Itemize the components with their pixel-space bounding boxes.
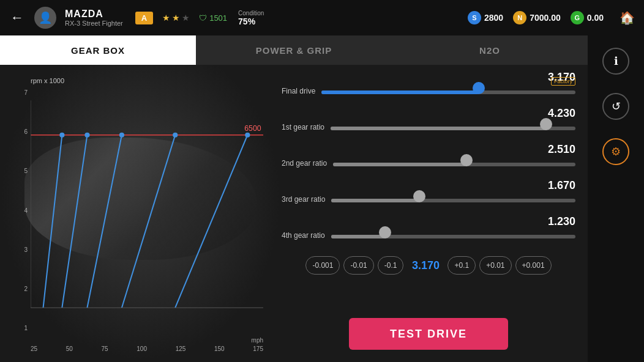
final-drive-thumb[interactable]	[473, 82, 485, 94]
btn-minus-001[interactable]: -0.01	[343, 256, 373, 275]
car-name: MAZDA	[65, 9, 123, 20]
condition-block: Condition 75%	[238, 10, 264, 26]
currency-s-icon: S	[468, 11, 481, 24]
gear2-thumb[interactable]	[460, 154, 473, 166]
right-sidebar: ℹ ↺ ⚙	[588, 35, 644, 362]
star-3: ★	[182, 13, 190, 23]
currency-g-value: 0.00	[587, 13, 604, 23]
star-2: ★	[172, 13, 180, 23]
svg-line-2	[62, 135, 87, 308]
svg-point-6	[59, 133, 64, 138]
condition-value: 75%	[238, 17, 264, 26]
final-drive-label: Final drive	[282, 87, 315, 95]
gear2-fill	[333, 163, 466, 166]
gear1-thumb[interactable]	[540, 118, 552, 130]
currency-g: G 0.00	[571, 11, 604, 24]
back-button[interactable]: ←	[6, 7, 28, 29]
star-1: ★	[162, 13, 170, 23]
final-drive-track	[321, 90, 575, 94]
controls-panel: 3.170 Final drive Factory 4.230 1st gear…	[269, 65, 588, 362]
svg-line-5	[175, 135, 247, 308]
y-label-7: 7	[6, 89, 28, 96]
currency-n-icon: N	[513, 11, 526, 24]
header: ← 👤 MAZDA RX-3 Street Fighter A ★ ★ ★ 🛡 …	[0, 0, 644, 35]
x-label-175: 175	[253, 345, 263, 352]
gear3-fill	[331, 199, 419, 202]
x-label-75: 75	[102, 345, 108, 352]
value-buttons-row: -0.001 -0.01 -0.1 3.170 +0.1 +0.01 +0.00…	[282, 256, 575, 275]
gear2-value: 2.510	[548, 143, 575, 156]
gear1-row: 4.230 1st gear ratio	[282, 107, 575, 135]
y-label-3: 3	[6, 246, 28, 253]
grade-badge: A	[135, 12, 153, 24]
currency-s: S 2800	[468, 11, 503, 24]
gear3-thumb[interactable]	[413, 190, 425, 202]
x-axis: 25 50 75 100 125 150 175	[31, 345, 263, 352]
btn-plus-0001[interactable]: +0.001	[515, 256, 552, 275]
x-axis-unit: mph	[252, 337, 263, 344]
gear3-value: 1.670	[548, 179, 575, 192]
svg-point-7	[84, 133, 89, 138]
currency-n: N 7000.00	[513, 11, 561, 24]
tab-n2o[interactable]: N2O	[392, 35, 588, 65]
gear1-fill	[331, 127, 546, 130]
gear3-track	[331, 199, 575, 202]
currency-n-value: 7000.00	[530, 13, 561, 23]
gear1-value: 4.230	[548, 107, 575, 120]
tabs-bar: GEAR BOX POWER & GRIP N2O	[0, 35, 588, 65]
home-button[interactable]: 🏠	[616, 7, 638, 29]
info-button[interactable]: ℹ	[602, 48, 629, 75]
gear4-value: 1.230	[548, 215, 575, 228]
x-label-125: 125	[176, 345, 186, 352]
main-content: rpm x 1000 1 2 3 4 5 6 7	[0, 65, 588, 362]
y-label-2: 2	[6, 286, 28, 292]
chart-area: rpm x 1000 1 2 3 4 5 6 7	[0, 65, 269, 362]
btn-plus-01[interactable]: +0.1	[447, 256, 476, 275]
x-label-100: 100	[137, 345, 147, 352]
btn-plus-001[interactable]: +0.01	[479, 256, 511, 275]
svg-text:6500: 6500	[244, 124, 261, 133]
settings-button[interactable]: ⚙	[602, 138, 629, 165]
currency-s-value: 2800	[484, 13, 503, 23]
gear1-label: 1st gear ratio	[282, 123, 324, 131]
final-drive-row: 3.170 Final drive Factory	[282, 71, 575, 98]
gear4-thumb[interactable]	[379, 226, 391, 238]
gear2-track	[333, 163, 575, 166]
final-drive-fill	[321, 90, 479, 94]
y-label-6: 6	[6, 128, 28, 135]
x-label-150: 150	[214, 345, 225, 352]
shield-value: 1501	[209, 13, 227, 23]
currency-g-icon: G	[571, 11, 584, 24]
current-value-display: 3.170	[407, 259, 444, 272]
svg-line-4	[122, 135, 175, 308]
svg-point-10	[245, 133, 250, 138]
gear4-track	[331, 235, 575, 238]
svg-line-1	[43, 135, 62, 308]
shield-badge: 🛡 1501	[199, 13, 227, 23]
svg-point-8	[119, 133, 124, 138]
test-drive-button[interactable]: TEST DRIVE	[349, 318, 508, 350]
gear2-row: 2.510 2nd gear ratio	[282, 143, 575, 171]
gear4-fill	[331, 235, 385, 238]
y-label-5: 5	[6, 168, 28, 174]
factory-label: Factory	[551, 77, 575, 86]
stars: ★ ★ ★	[162, 13, 190, 23]
svg-point-9	[173, 133, 178, 138]
chart-label: rpm x 1000	[31, 77, 64, 84]
profile-icon[interactable]: 👤	[34, 7, 56, 29]
shield-icon: 🛡	[199, 13, 207, 23]
gear3-label: 3rd gear ratio	[282, 195, 325, 204]
reset-button[interactable]: ↺	[602, 93, 629, 120]
currency-group: S 2800 N 7000.00 G 0.00	[468, 11, 604, 24]
tab-power-grip[interactable]: POWER & GRIP	[196, 35, 392, 65]
condition-label: Condition	[238, 10, 264, 17]
car-subtitle: RX-3 Street Fighter	[65, 20, 123, 27]
btn-minus-0001[interactable]: -0.001	[305, 256, 340, 275]
chart-canvas: 6500	[31, 89, 263, 331]
tab-gearbox[interactable]: GEAR BOX	[0, 35, 196, 65]
btn-minus-01[interactable]: -0.1	[378, 256, 404, 275]
chart-svg: 6500	[31, 89, 263, 331]
y-label-4: 4	[6, 207, 28, 214]
gear1-track	[331, 127, 575, 130]
y-axis: 1 2 3 4 5 6 7	[6, 89, 28, 331]
